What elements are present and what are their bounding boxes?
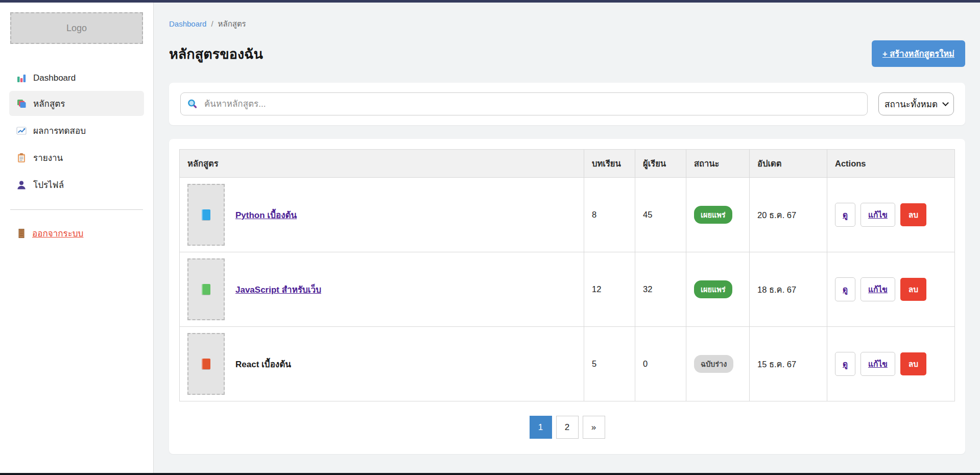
search-input[interactable] xyxy=(180,92,868,115)
lessons-count: 5 xyxy=(584,327,635,401)
sidebar-divider xyxy=(10,209,143,210)
sidebar-item-dashboard[interactable]: Dashboard xyxy=(9,67,144,89)
row-actions: ดู แก้ไข ลบ xyxy=(835,352,947,376)
pagination-page-1[interactable]: 1 xyxy=(530,416,552,439)
sidebar-nav: Dashboard หลักสูตร ผลการทดสอบ รายงาน xyxy=(9,67,144,197)
window-bottom-bar xyxy=(0,473,980,475)
breadcrumb-separator: / xyxy=(211,19,213,28)
column-header-actions: Actions xyxy=(827,150,955,178)
updated-date: 20 ธ.ค. 67 xyxy=(750,178,827,252)
column-header-students: ผู้เรียน xyxy=(635,150,686,178)
updated-date: 15 ธ.ค. 67 xyxy=(750,327,827,401)
status-filter-select[interactable]: สถานะทั้งหมด xyxy=(878,92,954,115)
course-title: React เบื้องต้น xyxy=(235,357,291,371)
door-icon xyxy=(16,228,27,239)
course-title-link[interactable]: JavaScript สำหรับเว็บ xyxy=(235,282,321,296)
breadcrumb-dashboard-link[interactable]: Dashboard xyxy=(169,19,206,28)
sidebar-item-profile[interactable]: โปรไฟล์ xyxy=(9,172,144,197)
courses-table: หลักสูตร บทเรียน ผู้เรียน สถานะ อัปเดต A… xyxy=(179,149,955,401)
view-button[interactable]: ดู xyxy=(835,203,855,227)
column-header-course: หลักสูตร xyxy=(180,150,584,178)
delete-button[interactable]: ลบ xyxy=(900,352,926,375)
view-button[interactable]: ดู xyxy=(835,277,855,301)
create-course-button[interactable]: + สร้างหลักสูตรใหม่ xyxy=(872,40,965,67)
search-icon xyxy=(187,99,198,109)
table-row: React เบื้องต้น 5 0 ฉบับร่าง 15 ธ.ค. 67 … xyxy=(180,327,955,401)
pagination-next-button[interactable]: » xyxy=(583,416,605,439)
blue-book-icon xyxy=(202,209,210,220)
row-actions: ดู แก้ไข ลบ xyxy=(835,277,947,301)
status-badge: เผยแพร่ xyxy=(694,206,732,224)
green-book-icon xyxy=(202,284,210,295)
line-chart-icon xyxy=(16,126,27,136)
logo-text: Logo xyxy=(66,23,87,34)
logout-label: ออกจากระบบ xyxy=(32,226,83,240)
sidebar-item-test-results[interactable]: ผลการทดสอบ xyxy=(9,118,144,143)
page-title: หลักสูตรของฉัน xyxy=(169,43,263,65)
course-cell: Python เบื้องต้น xyxy=(187,184,576,246)
edit-button[interactable]: แก้ไข xyxy=(861,203,895,227)
edit-button[interactable]: แก้ไข xyxy=(861,352,895,376)
filters-card: สถานะทั้งหมด xyxy=(169,83,965,125)
search-field-wrap xyxy=(180,92,868,115)
view-button[interactable]: ดู xyxy=(835,352,855,376)
person-icon xyxy=(16,180,27,190)
sidebar-item-label: ผลการทดสอบ xyxy=(33,124,86,137)
logo-placeholder: Logo xyxy=(10,12,143,44)
column-header-updated: อัปเดต xyxy=(750,150,827,178)
status-badge: เผยแพร่ xyxy=(694,280,732,298)
logout-link[interactable]: ออกจากระบบ xyxy=(9,222,144,244)
edit-button[interactable]: แก้ไข xyxy=(861,277,895,301)
sidebar-item-label: โปรไฟล์ xyxy=(33,178,64,192)
bar-chart-icon xyxy=(16,73,27,83)
row-actions: ดู แก้ไข ลบ xyxy=(835,203,947,227)
breadcrumb-current: หลักสูตร xyxy=(218,19,246,28)
column-header-status: สถานะ xyxy=(686,150,750,178)
sidebar-item-courses[interactable]: หลักสูตร xyxy=(9,91,144,116)
orange-book-icon xyxy=(202,359,210,369)
table-row: Python เบื้องต้น 8 45 เผยแพร่ 20 ธ.ค. 67… xyxy=(180,178,955,252)
page-header: หลักสูตรของฉัน + สร้างหลักสูตรใหม่ xyxy=(169,40,965,67)
column-header-lessons: บทเรียน xyxy=(584,150,635,178)
chevron-down-icon xyxy=(942,100,949,106)
students-count: 32 xyxy=(635,252,686,327)
delete-button[interactable]: ลบ xyxy=(900,278,926,301)
breadcrumb: Dashboard/หลักสูตร xyxy=(169,18,965,30)
table-header-row: หลักสูตร บทเรียน ผู้เรียน สถานะ อัปเดต A… xyxy=(180,150,955,178)
status-badge: ฉบับร่าง xyxy=(694,355,733,373)
pagination: 1 2 » xyxy=(179,416,955,439)
sidebar-item-label: หลักสูตร xyxy=(33,97,65,110)
courses-table-card: หลักสูตร บทเรียน ผู้เรียน สถานะ อัปเดต A… xyxy=(169,139,965,454)
main-content: Dashboard/หลักสูตร หลักสูตรของฉัน + สร้า… xyxy=(154,3,980,473)
course-thumbnail xyxy=(187,333,225,395)
sidebar: Logo Dashboard หลักสูตร ผลการทดสอบ xyxy=(0,3,154,473)
course-thumbnail xyxy=(187,184,225,246)
sidebar-item-reports[interactable]: รายงาน xyxy=(9,145,144,170)
table-row: JavaScript สำหรับเว็บ 12 32 เผยแพร่ 18 ธ… xyxy=(180,252,955,327)
students-count: 0 xyxy=(635,327,686,401)
app-layout: Logo Dashboard หลักสูตร ผลการทดสอบ xyxy=(0,3,980,473)
status-filter-value: สถานะทั้งหมด xyxy=(885,97,938,111)
course-cell: React เบื้องต้น xyxy=(187,333,576,395)
course-cell: JavaScript สำหรับเว็บ xyxy=(187,258,576,320)
sidebar-item-label: Dashboard xyxy=(33,73,76,83)
pagination-page-2[interactable]: 2 xyxy=(556,416,579,439)
clipboard-icon xyxy=(16,153,27,163)
students-count: 45 xyxy=(635,178,686,252)
sidebar-item-label: รายงาน xyxy=(33,151,63,164)
lessons-count: 8 xyxy=(584,178,635,252)
course-thumbnail xyxy=(187,258,225,320)
books-icon xyxy=(16,99,27,109)
delete-button[interactable]: ลบ xyxy=(900,203,926,226)
lessons-count: 12 xyxy=(584,252,635,327)
updated-date: 18 ธ.ค. 67 xyxy=(750,252,827,327)
course-title-link[interactable]: Python เบื้องต้น xyxy=(235,208,297,222)
